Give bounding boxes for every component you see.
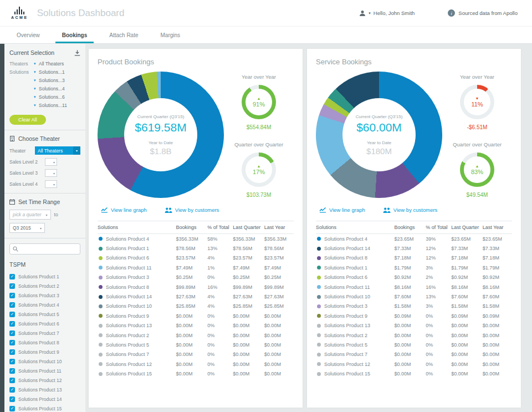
last-quarter-value: $99.89M xyxy=(233,284,264,290)
product-filter-row: ✓Solutions Product 1 xyxy=(9,272,80,281)
last-year-value: $1.79M xyxy=(483,265,512,271)
sales-level-2-select[interactable]: ▾ xyxy=(45,158,57,166)
tab-bookings[interactable]: Bookings xyxy=(51,27,99,43)
checkbox-checked[interactable]: ✓ xyxy=(9,340,15,345)
quarter-from-select[interactable]: pick a quarter ▾ xyxy=(9,210,51,220)
selection-row[interactable]: Theaters▾All Theaters xyxy=(9,60,80,67)
series-color-dot xyxy=(99,353,103,357)
selection-value: All Theaters xyxy=(39,61,64,67)
sales-level-row: Sales Level 2▾ xyxy=(9,158,80,166)
view-line-graph-link[interactable]: View line graph xyxy=(101,207,147,213)
download-icon[interactable] xyxy=(74,50,80,56)
donut-chart[interactable]: Current Quarter (Q3'15)$60.00MYear to Da… xyxy=(316,72,442,198)
selection-row[interactable]: Solutions▾Solutions...1 xyxy=(9,69,80,75)
checkbox-checked[interactable]: ✓ xyxy=(9,378,15,383)
last-year-value: $7.33M xyxy=(483,246,512,251)
last-quarter-value: $356.33M xyxy=(233,236,264,242)
product-name: Solutions Product 13 xyxy=(324,323,370,328)
last-year-value: $99.89M xyxy=(264,284,294,290)
sales-level-4-select[interactable]: ▾ xyxy=(45,180,57,188)
view-line-graph-link[interactable]: View line graph xyxy=(319,207,365,213)
bookings-value: $0.00M xyxy=(395,333,426,338)
bookings-value: $0.09M xyxy=(395,313,426,319)
last-year-value: $23.65M xyxy=(483,236,512,242)
last-year-value: $0.00M xyxy=(483,323,512,328)
checkbox-checked[interactable]: ✓ xyxy=(9,359,15,364)
table-row: Solutions Product 13$0.00M0%$0.00M$0.00M xyxy=(98,321,294,330)
series-color-dot xyxy=(317,237,321,241)
gauge-percent: 83% xyxy=(471,169,483,175)
checkbox-checked[interactable]: ✓ xyxy=(9,396,15,402)
ytd-label: Year to Date xyxy=(149,140,173,145)
series-color-dot xyxy=(99,304,103,308)
gauge-value: $554.84M xyxy=(247,124,271,130)
links-row: View line graphView by customers xyxy=(319,207,512,213)
theater-select[interactable]: All Theaters ▾ xyxy=(35,146,80,155)
chevron-down-icon: ▾ xyxy=(53,160,55,164)
gauge-label: Year over Year xyxy=(460,74,494,80)
checkbox-checked[interactable]: ✓ xyxy=(9,274,15,279)
pct-of-total-value: 16% xyxy=(207,284,233,290)
product-name: Solutions Product 7 xyxy=(106,352,149,357)
table-row: Solutions Product 2$0.00M0%$0.00M$0.00M xyxy=(316,330,512,340)
tab-attach-rate[interactable]: Attach Rate xyxy=(98,27,149,43)
checkbox-checked[interactable]: ✓ xyxy=(9,349,15,355)
last-year-value: $0.00M xyxy=(264,333,294,338)
tab-overview[interactable]: Overview xyxy=(6,27,51,43)
checkbox-checked[interactable]: ✓ xyxy=(9,321,15,327)
last-quarter-value: $25.85M xyxy=(233,303,264,309)
last-quarter-value: $7.49M xyxy=(233,265,264,271)
series-color-dot xyxy=(99,333,103,337)
quarter-to-select[interactable]: Q3 2015 ▾ xyxy=(9,223,45,233)
checkbox-checked[interactable]: ✓ xyxy=(9,406,15,411)
view-by-customers-link[interactable]: View by customers xyxy=(383,207,438,213)
series-color-dot xyxy=(317,276,321,279)
selection-row[interactable]: ▾Solutions...3 xyxy=(9,77,80,84)
selection-row[interactable]: ▾Solutions...4 xyxy=(9,85,80,92)
gauge-ring: ▲83% xyxy=(460,152,494,187)
checkbox-checked[interactable]: ✓ xyxy=(9,283,15,289)
last-quarter-value: $1.79M xyxy=(451,265,483,271)
donut-chart[interactable]: Current Quarter (Q3'15)$619.58MYear to D… xyxy=(98,72,224,198)
search-input[interactable] xyxy=(21,246,77,252)
bookings-value: $7.49M xyxy=(176,265,208,271)
sales-level-3-select[interactable]: ▾ xyxy=(45,169,57,177)
gauge-value: $49.54M xyxy=(467,192,488,198)
search-icon xyxy=(13,246,18,252)
clear-all-button[interactable]: Clear All xyxy=(9,115,46,125)
link-label: View by customers xyxy=(393,207,438,213)
pct-of-total-value: 0% xyxy=(426,313,451,319)
bookings-value: $78.56M xyxy=(176,246,208,251)
checkbox-checked[interactable]: ✓ xyxy=(9,368,15,374)
selection-row[interactable]: ▾Solutions...11 xyxy=(9,102,80,109)
checkbox-checked[interactable]: ✓ xyxy=(9,312,15,317)
pct-of-total-value: 0% xyxy=(426,352,451,357)
pct-of-total-value: 0% xyxy=(207,274,233,280)
product-name: Solutions Product 11 xyxy=(324,284,370,290)
bookings-value: $0.00M xyxy=(176,362,208,367)
user-menu[interactable]: ▾ Hello, John Smith xyxy=(359,10,415,17)
bookings-value: $99.89M xyxy=(176,284,208,290)
product-name: Solutions Product 4 xyxy=(324,236,367,242)
checkbox-checked[interactable]: ✓ xyxy=(9,302,15,308)
chevron-down-icon: ▾ xyxy=(34,87,39,91)
product-name: Solutions Product 1 xyxy=(106,246,149,251)
tab-margins[interactable]: Margins xyxy=(150,27,192,43)
series-color-dot xyxy=(317,372,321,376)
gauge-percent: 11% xyxy=(471,101,483,108)
selection-row[interactable]: ▾Solutions...6 xyxy=(9,94,80,100)
product-name: Solutions Product 11 xyxy=(106,265,151,271)
checkbox-checked[interactable]: ✓ xyxy=(9,387,15,393)
checkbox-checked[interactable]: ✓ xyxy=(9,293,15,298)
theater-label: Theater xyxy=(9,148,32,154)
series-color-dot xyxy=(317,247,321,251)
product-filter-row: ✓Solutions Product 2 xyxy=(9,281,80,291)
checkbox-checked[interactable]: ✓ xyxy=(9,330,15,336)
product-filter-label: Solutions Product 7 xyxy=(18,330,59,336)
series-color-dot xyxy=(317,353,321,357)
bookings-value: $25.85M xyxy=(176,303,208,309)
view-by-customers-link[interactable]: View by customers xyxy=(165,207,219,213)
table-header-row: SolutionsBookings% of TotalLast QuarterL… xyxy=(98,221,294,234)
last-quarter-value: $8.16M xyxy=(451,284,483,290)
panel-product-bookings: Product BookingsCurrent Quarter (Q3'15)$… xyxy=(89,49,303,408)
